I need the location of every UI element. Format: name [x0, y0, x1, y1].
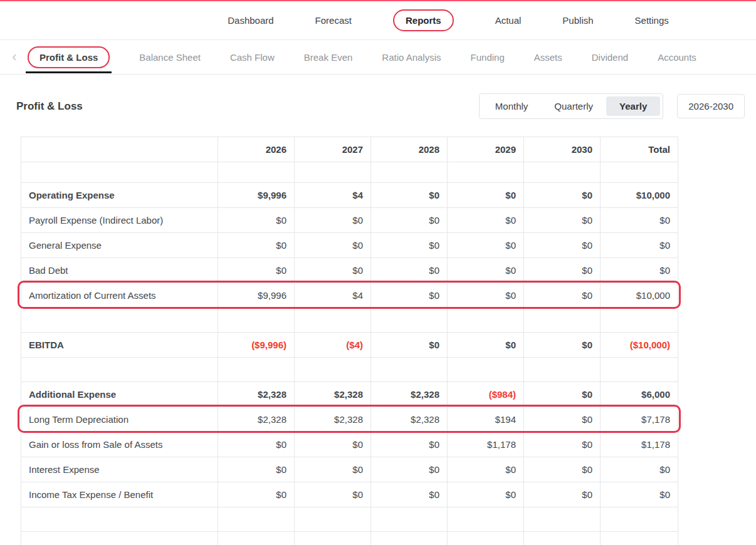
cell-value: $0 [601, 457, 678, 482]
year-range-button[interactable]: 2026-2030 [677, 94, 745, 118]
tab-balance-sheet[interactable]: Balance Sheet [139, 52, 201, 63]
cell-value [448, 358, 524, 382]
cell-value [295, 308, 371, 333]
cell-value: $0 [295, 208, 371, 233]
report-tabs: Profit & Loss Balance Sheet Cash Flow Br… [23, 46, 696, 68]
cell-value: $0 [371, 208, 448, 233]
cell-value: $0 [295, 432, 371, 457]
cell-value: $0 [524, 208, 601, 233]
profit-loss-table-wrap: 20262027202820292030Total Operating Expe… [21, 137, 678, 545]
cell-value [524, 358, 601, 382]
period-yearly-button[interactable]: Yearly [606, 96, 660, 116]
cell-value: $0 [218, 208, 295, 233]
cell-value [448, 308, 524, 333]
tab-funding[interactable]: Funding [471, 52, 505, 63]
row-label: Bad Debt [21, 258, 218, 283]
cell-value [371, 162, 448, 183]
row-label: EBITDA [21, 333, 218, 358]
cell-value: ($10,000) [601, 333, 678, 358]
cell-value: $0 [448, 482, 524, 507]
table-row: EBITDA($9,996)($4)$0$0$0($10,000) [21, 333, 678, 358]
cell-value: $0 [371, 233, 448, 258]
cell-value: $0 [601, 482, 678, 507]
nav-dashboard[interactable]: Dashboard [228, 15, 273, 26]
row-label: Payroll Expense (Indirect Labor) [21, 208, 218, 233]
column-header: 2026 [218, 137, 295, 162]
period-quarterly-button[interactable]: Quarterly [541, 96, 606, 116]
cell-value [218, 532, 295, 545]
tab-assets[interactable]: Assets [534, 52, 562, 63]
cell-value: $2,328 [218, 382, 295, 407]
row-label: Amortization of Current Assets [21, 283, 218, 308]
chevron-left-icon[interactable]: ‹ [6, 49, 23, 65]
cell-value [295, 358, 371, 382]
row-label: General Expense [21, 233, 218, 258]
cell-value: $0 [601, 233, 678, 258]
cell-value: $0 [371, 283, 448, 308]
period-controls: Monthly Quarterly Yearly 2026-2030 [479, 93, 745, 119]
table-row: Long Term Depreciation$2,328$2,328$2,328… [21, 407, 678, 432]
row-label: Income Tax Expense / Benefit [21, 482, 218, 507]
table-row: Additional Expense$2,328$2,328$2,328($98… [21, 382, 678, 407]
cell-value: $0 [524, 258, 601, 283]
cell-value [218, 162, 295, 183]
cell-value: $0 [524, 407, 601, 432]
table-row: Income Tax Expense / Benefit$0$0$0$0$0$0 [21, 482, 678, 507]
cell-value [524, 308, 601, 333]
page-title: Profit & Loss [16, 100, 83, 113]
cell-value [218, 358, 295, 382]
spacer-row [21, 162, 678, 183]
spacer-row [21, 358, 678, 382]
cell-value: $0 [295, 457, 371, 482]
cell-value: $0 [371, 457, 448, 482]
cell-value: $1,178 [601, 432, 678, 457]
cell-value: $2,328 [295, 407, 371, 432]
cell-value [448, 532, 524, 545]
top-nav-items: Dashboard Forecast Reports Actual Publis… [228, 9, 669, 31]
tab-cash-flow[interactable]: Cash Flow [230, 52, 275, 63]
cell-value: $0 [524, 183, 601, 208]
spacer-row [21, 308, 678, 333]
column-header [21, 137, 218, 162]
spacer-row [21, 532, 678, 545]
table-row: General Expense$0$0$0$0$0$0 [21, 233, 678, 258]
cell-value: $0 [295, 482, 371, 507]
cell-value: $0 [448, 258, 524, 283]
cell-value: $0 [218, 432, 295, 457]
tab-accounts[interactable]: Accounts [658, 52, 696, 63]
cell-value: $0 [524, 457, 601, 482]
cell-value: $0 [295, 258, 371, 283]
cell-value: $0 [448, 283, 524, 308]
cell-value [371, 308, 448, 333]
tab-break-even[interactable]: Break Even [304, 52, 353, 63]
nav-actual[interactable]: Actual [495, 15, 522, 26]
cell-value [601, 358, 678, 382]
cell-value: $0 [218, 457, 295, 482]
nav-publish[interactable]: Publish [562, 15, 593, 26]
period-monthly-button[interactable]: Monthly [482, 96, 542, 116]
nav-forecast[interactable]: Forecast [315, 15, 352, 26]
row-label: Long Term Depreciation [21, 407, 218, 432]
cell-value: $0 [218, 233, 295, 258]
table-row: Bad Debt$0$0$0$0$0$0 [21, 258, 678, 283]
tab-ratio-analysis[interactable]: Ratio Analysis [382, 52, 441, 63]
cell-value: $4 [295, 183, 371, 208]
tab-profit-loss[interactable]: Profit & Loss [28, 46, 110, 68]
nav-settings[interactable]: Settings [635, 15, 669, 26]
cell-value: $0 [371, 333, 448, 358]
cell-value [524, 507, 601, 532]
cell-value: $2,328 [371, 382, 448, 407]
cell-value: $0 [371, 183, 448, 208]
cell-value [218, 308, 295, 333]
cell-value: $0 [448, 233, 524, 258]
row-label [21, 532, 218, 545]
cell-value: $2,328 [371, 407, 448, 432]
table-row: Gain or loss from Sale of Assets$0$0$0$1… [21, 432, 678, 457]
cell-value: $0 [524, 432, 601, 457]
cell-value: $0 [524, 283, 601, 308]
row-label: Interest Expense [21, 457, 218, 482]
tab-dividend[interactable]: Dividend [592, 52, 628, 63]
row-label [21, 507, 218, 532]
page-header: Profit & Loss Monthly Quarterly Yearly 2… [0, 75, 756, 137]
nav-reports[interactable]: Reports [393, 9, 454, 31]
